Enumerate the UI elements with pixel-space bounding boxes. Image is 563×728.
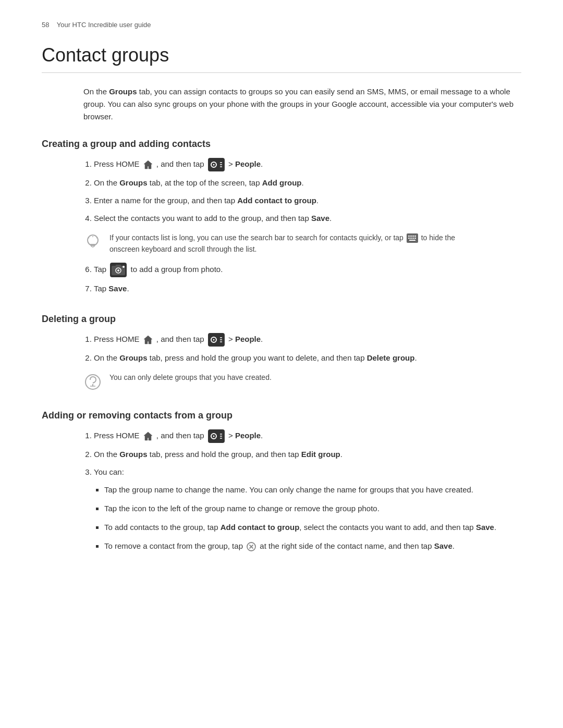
svg-rect-14 <box>410 236 412 237</box>
save-label-4: Save <box>434 541 452 550</box>
home-icon <box>143 159 153 170</box>
add-contact-label-2: Add contact to group <box>221 523 300 532</box>
svg-rect-18 <box>410 238 412 239</box>
creating-step-4: Select the contacts you want to add to t… <box>94 212 521 225</box>
groups-bold-2: Groups <box>119 353 147 362</box>
page-number: 58 <box>42 21 49 29</box>
people-label-3: People <box>235 431 261 440</box>
app-launcher-icon-3 <box>208 429 225 443</box>
breadcrumb-text: Your HTC Incredible user guide <box>57 21 151 29</box>
adding-removing-step-2: On the Groups tab, press and hold the gr… <box>94 448 521 461</box>
svg-rect-19 <box>412 238 414 239</box>
svg-rect-21 <box>409 240 415 241</box>
breadcrumb: 58 Your HTC Incredible user guide <box>42 21 521 29</box>
svg-rect-17 <box>408 238 410 239</box>
save-label-3: Save <box>476 523 494 532</box>
svg-rect-16 <box>414 236 416 237</box>
people-label-1: People <box>235 159 261 168</box>
home-icon-3 <box>143 431 153 441</box>
keyboard-icon <box>407 233 418 243</box>
app-launcher-icon <box>208 158 225 171</box>
section-creating-title: Creating a group and adding contacts <box>42 139 521 150</box>
creating-step-7: Tap Save. <box>94 282 521 295</box>
photo-group-icon <box>110 263 127 277</box>
deleting-step-1: Press HOME , and then tap > People. <box>94 333 521 347</box>
bullet-1: Tap the group name to change the name. Y… <box>104 484 521 496</box>
save-label-2: Save <box>108 284 127 293</box>
section-creating: Creating a group and adding contacts Pre… <box>42 139 521 295</box>
bullet-2: Tap the icon to the left of the group na… <box>104 502 521 515</box>
groups-bold-3: Groups <box>119 450 147 459</box>
page-title: Contact groups <box>42 44 521 73</box>
deleting-step-2: On the Groups tab, press and hold the gr… <box>94 352 521 364</box>
creating-step-6: Tap to add a group from photo. <box>94 263 521 277</box>
tip-bulb-icon <box>83 233 102 252</box>
remove-contact-icon <box>246 541 256 552</box>
section-adding-removing-title: Adding or removing contacts from a group <box>42 410 521 421</box>
creating-steps-list: Press HOME , and then tap > People. On t… <box>83 158 521 225</box>
note-box-deleting: You can only delete groups that you have… <box>83 372 480 391</box>
add-contact-label: Add contact to group <box>237 196 316 205</box>
app-launcher-icon-2 <box>208 333 225 347</box>
creating-step-2: On the Groups tab, at the top of the scr… <box>94 177 521 189</box>
svg-point-39 <box>213 435 214 437</box>
adding-removing-steps-list: Press HOME , and then tap > People. On t… <box>83 429 521 478</box>
groups-bold-intro: Groups <box>109 87 137 96</box>
home-icon-2 <box>143 335 153 345</box>
creating-steps-continued: Tap to add a group from photo. Tap Save. <box>83 263 521 295</box>
bullet-3: To add contacts to the group, tap Add co… <box>104 521 521 534</box>
bullet-4: To remove a contact from the group, tap … <box>104 540 521 552</box>
svg-line-11 <box>96 238 97 239</box>
add-group-label: Add group <box>262 178 302 187</box>
svg-rect-26 <box>116 265 121 267</box>
creating-step-3: Enter a name for the group, and then tap… <box>94 194 521 207</box>
note-icon <box>83 373 102 391</box>
tip-text-creating: If your contacts list is long, you can u… <box>109 232 480 255</box>
adding-removing-step-3: You can: <box>94 466 521 478</box>
save-label-1: Save <box>311 214 329 223</box>
svg-rect-20 <box>414 238 416 239</box>
note-text-deleting: You can only delete groups that you have… <box>109 372 272 383</box>
groups-bold-1: Groups <box>119 178 147 187</box>
section-adding-removing: Adding or removing contacts from a group… <box>42 410 521 552</box>
svg-point-27 <box>123 266 125 268</box>
creating-step-1: Press HOME , and then tap > People. <box>94 158 521 171</box>
svg-rect-13 <box>408 236 410 237</box>
svg-point-30 <box>213 339 214 340</box>
deleting-steps-list: Press HOME , and then tap > People. On t… <box>83 333 521 364</box>
intro-paragraph: On the Groups tab, you can assign contac… <box>83 85 521 123</box>
svg-point-2 <box>213 164 214 166</box>
svg-rect-15 <box>412 236 414 237</box>
tip-box-creating: If your contacts list is long, you can u… <box>83 232 480 255</box>
edit-group-label: Edit group <box>301 450 340 459</box>
adding-removing-step-1: Press HOME , and then tap > People. <box>94 429 521 443</box>
svg-point-25 <box>117 269 119 272</box>
section-deleting-title: Deleting a group <box>42 314 521 325</box>
delete-group-label: Delete group <box>367 353 415 362</box>
section-deleting: Deleting a group Press HOME , and then t… <box>42 314 521 391</box>
adding-removing-bullets: Tap the group name to change the name. Y… <box>94 484 521 552</box>
people-label-2: People <box>235 335 261 343</box>
svg-line-10 <box>89 238 90 239</box>
